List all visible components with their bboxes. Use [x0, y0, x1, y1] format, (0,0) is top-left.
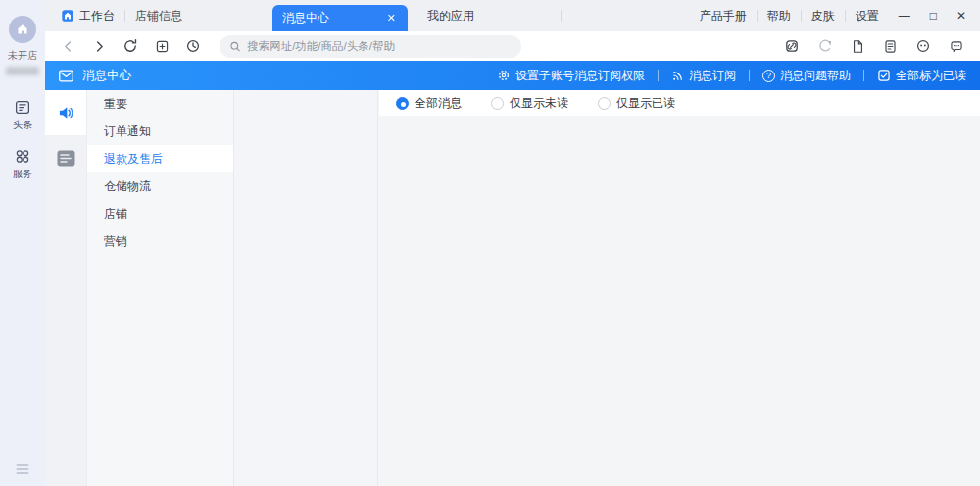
filter-read-label: 仅显示已读 [616, 95, 675, 112]
search-input[interactable] [247, 40, 512, 52]
message-category-menu: 重要 订单通知 退款及售后 仓储物流 店铺 营销 [86, 90, 233, 486]
link-box-icon [784, 38, 800, 54]
settings-link[interactable]: 设置 [856, 8, 879, 24]
performance-button[interactable] [817, 38, 833, 54]
divider [658, 70, 659, 81]
assistant-button[interactable] [915, 38, 931, 54]
menu-item-warehouse-logistics[interactable]: 仓储物流 [87, 172, 233, 200]
message-help-button[interactable]: ? 消息问题帮助 [762, 68, 851, 84]
menu-item-important[interactable]: 重要 [87, 90, 233, 118]
app-sidebar: 未开店 头条 服务 [0, 0, 45, 486]
gear-icon [497, 69, 511, 82]
form-button[interactable] [883, 39, 898, 54]
filter-unread-label: 仅显示未读 [510, 95, 568, 112]
shop-info-tab[interactable]: 店铺信息 [135, 8, 182, 24]
filter-read-only[interactable]: 仅显示已读 [598, 95, 675, 112]
titlebar: 工作台 店铺信息 消息中心 ✕ 我的应用 产品手册 帮助 皮肤 设置 — □ ✕ [45, 0, 980, 31]
sidebar-item-service[interactable]: 服务 [13, 148, 32, 181]
product-manual-link[interactable]: 产品手册 [700, 8, 747, 24]
strip-item-message-list[interactable] [45, 135, 86, 180]
divider [561, 10, 562, 22]
news-page-icon [14, 99, 31, 116]
sidebar-item-toutiao[interactable]: 头条 [13, 99, 32, 132]
divider [124, 10, 125, 22]
smiley-icon [915, 38, 931, 54]
divider [749, 70, 750, 81]
service-label: 服务 [13, 168, 32, 181]
toolbar-right-icons [784, 38, 980, 54]
menu-item-refund-aftersale[interactable]: 退款及售后 [87, 145, 233, 172]
forward-button[interactable] [86, 34, 112, 58]
chevron-left-icon [61, 39, 75, 54]
feedback-button[interactable] [949, 39, 964, 54]
capture-link-button[interactable] [784, 38, 800, 54]
form-list-icon [883, 39, 898, 54]
back-button[interactable] [55, 34, 80, 58]
page-title: 消息中心 [82, 68, 131, 84]
tab-close-icon[interactable]: ✕ [385, 12, 398, 24]
radio-icon [598, 97, 611, 110]
message-list-panel [233, 90, 378, 486]
plus-square-icon [155, 39, 170, 54]
message-help-label: 消息问题帮助 [780, 68, 851, 84]
search-bar[interactable] [220, 35, 521, 58]
radio-checked-icon [396, 97, 409, 110]
window-controls: — □ ✕ [899, 10, 966, 22]
divider [863, 70, 864, 81]
home-icon [61, 9, 74, 23]
strip-item-announcements[interactable] [45, 90, 86, 135]
menu-item-shop[interactable]: 店铺 [87, 200, 233, 227]
filter-unread-only[interactable]: 仅显示未读 [491, 95, 568, 112]
chevron-right-icon [92, 39, 107, 54]
services-grid-icon [14, 148, 31, 165]
workbench-tab[interactable]: 工作台 [61, 8, 115, 24]
maximize-icon[interactable]: □ [930, 10, 937, 22]
browser-toolbar [45, 31, 980, 61]
filter-all-label: 全部消息 [415, 95, 462, 112]
search-icon [229, 40, 241, 53]
radio-icon [491, 97, 504, 110]
document-icon [851, 39, 865, 54]
divider [801, 10, 802, 22]
tab-label: 消息中心 [282, 10, 385, 26]
chat-bubble-icon [949, 39, 964, 54]
workbench-label: 工作台 [79, 8, 115, 24]
message-subscribe-button[interactable]: 消息订阅 [671, 68, 736, 84]
refresh-icon [122, 38, 138, 54]
sub-account-permission-button[interactable]: 设置子账号消息订阅权限 [497, 68, 645, 84]
divider [757, 10, 758, 22]
toutiao-label: 头条 [13, 119, 32, 132]
page-button[interactable] [851, 39, 865, 54]
filter-all-messages[interactable]: 全部消息 [396, 95, 462, 112]
history-button[interactable] [180, 34, 206, 58]
message-center-banner: 消息中心 设置子账号消息订阅权限 消息订阅 ? [45, 61, 980, 90]
list-card-icon [57, 150, 75, 167]
rss-icon [671, 70, 684, 82]
menu-item-order-notice[interactable]: 订单通知 [87, 118, 233, 145]
gauge-icon [817, 38, 833, 54]
store-status-label: 未开店 [8, 49, 37, 63]
tab-my-apps[interactable]: 我的应用 [421, 8, 480, 24]
mark-all-read-label: 全部标为已读 [896, 68, 966, 84]
close-icon[interactable]: ✕ [956, 10, 966, 22]
help-link[interactable]: 帮助 [767, 8, 791, 24]
message-type-strip [45, 90, 86, 486]
sub-account-permission-label: 设置子账号消息订阅权限 [515, 68, 645, 84]
message-subscribe-label: 消息订阅 [689, 68, 736, 84]
banner-actions: 设置子账号消息订阅权限 消息订阅 ? 消息问题帮助 [497, 68, 980, 84]
new-tab-button[interactable] [149, 34, 174, 58]
sidebar-menu-icon[interactable] [17, 464, 29, 474]
store-avatar[interactable] [9, 16, 36, 43]
divider [845, 10, 846, 22]
mark-all-read-button[interactable]: 全部标为已读 [877, 68, 966, 84]
house-icon [16, 23, 29, 36]
skin-link[interactable]: 皮肤 [811, 8, 835, 24]
envelope-icon [59, 70, 74, 82]
menu-item-marketing[interactable]: 营销 [87, 227, 233, 255]
store-name-redacted [6, 67, 39, 75]
minimize-icon[interactable]: — [899, 10, 910, 22]
clock-icon [185, 38, 201, 54]
tab-message-center[interactable]: 消息中心 ✕ [272, 5, 408, 31]
refresh-button[interactable] [118, 34, 143, 58]
speaker-icon [56, 104, 75, 122]
